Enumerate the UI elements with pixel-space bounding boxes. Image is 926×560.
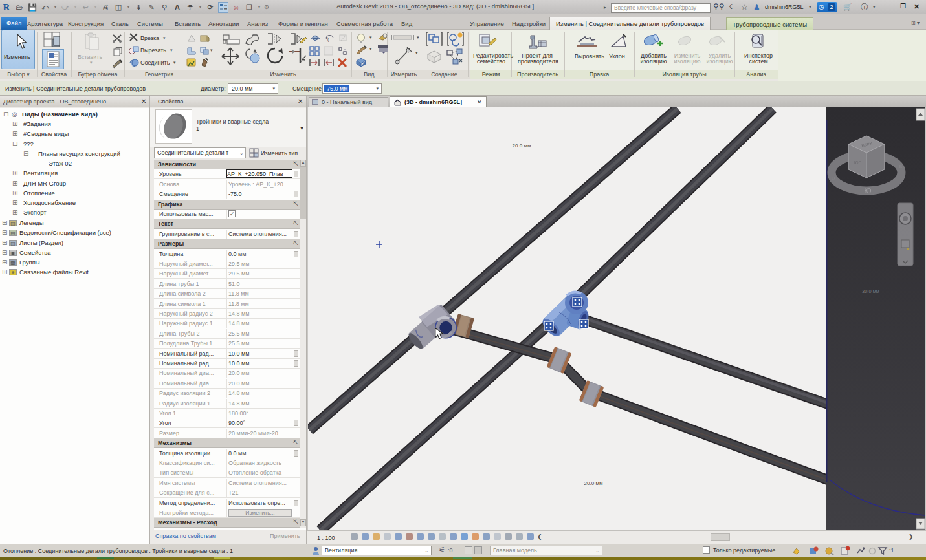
- svg-text:Ю: Ю: [864, 187, 871, 195]
- svg-text:20.0 мм: 20.0 мм: [584, 480, 603, 486]
- svg-text:З: З: [832, 175, 835, 181]
- svg-text:(: (: [327, 37, 329, 42]
- svg-text:30.0 мм: 30.0 мм: [862, 288, 879, 294]
- svg-text:20.0 мм: 20.0 мм: [513, 143, 531, 149]
- svg-text:В: В: [899, 164, 902, 169]
- svg-text:ЮГ: ЮГ: [854, 160, 861, 165]
